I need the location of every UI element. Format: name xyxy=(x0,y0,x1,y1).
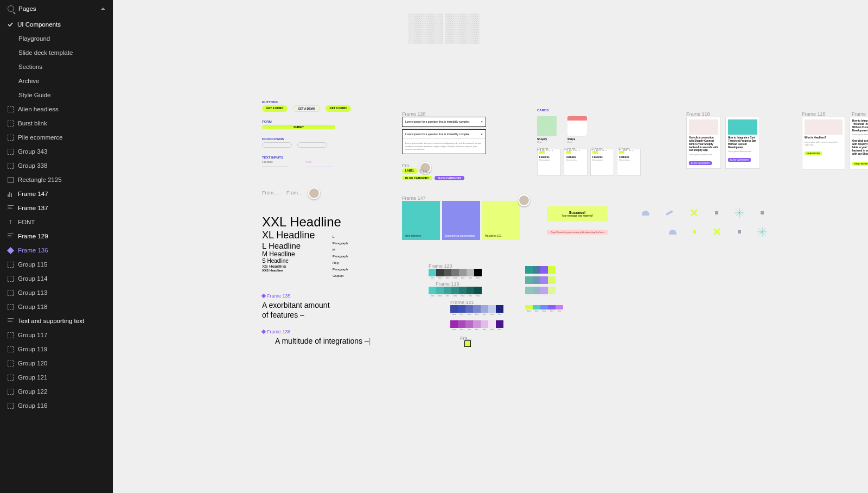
swatch[interactable] xyxy=(458,320,465,328)
swatch[interactable] xyxy=(473,320,481,328)
swatch[interactable] xyxy=(444,287,451,294)
layer-item[interactable]: Group 120 xyxy=(0,356,113,370)
swatch[interactable] xyxy=(467,287,474,294)
tile[interactable]: blink releases xyxy=(402,201,440,240)
swatch[interactable] xyxy=(450,320,458,328)
feature-card[interactable]: FeaturesDescription xyxy=(590,149,614,176)
swatch[interactable] xyxy=(540,305,548,309)
layer-item[interactable]: Pile ecommerce xyxy=(0,130,113,144)
layer-item[interactable]: Group 118 xyxy=(0,300,113,314)
faq-question[interactable]: Lorem ipsum for a question that is incre… xyxy=(403,130,486,139)
layer-item[interactable]: Frame 147 xyxy=(0,187,113,201)
swatch[interactable] xyxy=(451,269,459,276)
tile[interactable]: Headless 101 xyxy=(482,201,520,240)
layer-item[interactable]: Group 117 xyxy=(0,328,113,342)
frame-icon xyxy=(8,375,14,381)
blog-card[interactable]: How to Integrate a Cart Threshold Progre… xyxy=(850,117,868,169)
layer-item[interactable]: Group 116 xyxy=(0,399,113,413)
dropdown[interactable] xyxy=(297,142,327,148)
swatch[interactable] xyxy=(525,287,533,294)
chevron-up-icon[interactable] xyxy=(101,8,105,10)
layer-item[interactable]: TFONT xyxy=(0,215,113,229)
submit-button[interactable]: SUBMIT xyxy=(262,125,335,129)
blog-card[interactable]: How to Integrate a Cart Threshold Progre… xyxy=(725,117,760,169)
layer-item[interactable]: Group 343 xyxy=(0,144,113,159)
pill-button[interactable]: GET A DEMO xyxy=(326,105,351,112)
layer-item[interactable]: Burst blink xyxy=(0,116,113,130)
swatch[interactable] xyxy=(533,276,540,284)
swatch[interactable] xyxy=(533,266,540,274)
dropdown[interactable] xyxy=(262,142,292,148)
swatch[interactable] xyxy=(458,305,465,313)
layer-item[interactable]: Frame 137 xyxy=(0,201,113,215)
swatch[interactable] xyxy=(473,305,481,313)
pill-button[interactable]: GET A DEMO xyxy=(293,105,320,112)
swatch[interactable] xyxy=(436,269,444,276)
swatches: hexhexhexhexhex xyxy=(525,305,563,312)
layer-item[interactable]: Frame 129 xyxy=(0,229,113,243)
swatch[interactable] xyxy=(548,266,556,274)
page-item[interactable]: Slide deck template xyxy=(0,46,113,60)
section-ui-components[interactable]: UI Components xyxy=(0,17,113,31)
layer-item[interactable]: Group 338 xyxy=(0,159,113,173)
swatch[interactable] xyxy=(496,320,503,328)
page-item[interactable]: Style Guide xyxy=(0,88,113,102)
swatch[interactable] xyxy=(436,287,444,294)
page-item[interactable]: Archive xyxy=(0,74,113,88)
swatch[interactable] xyxy=(481,320,488,328)
swatch[interactable] xyxy=(429,269,436,276)
faq-question[interactable]: Lorem ipsum for a question that is incre… xyxy=(403,117,486,127)
layer-item[interactable]: Rectangle 2125 xyxy=(0,173,113,187)
swatch[interactable] xyxy=(548,305,556,309)
swatch[interactable] xyxy=(481,305,488,313)
swatch[interactable] xyxy=(525,305,533,309)
layer-item[interactable]: Group 119 xyxy=(0,342,113,356)
swatch[interactable] xyxy=(465,320,473,328)
layer-item[interactable]: Group 113 xyxy=(0,286,113,300)
swatch[interactable] xyxy=(540,276,548,284)
swatch[interactable] xyxy=(548,287,556,294)
swatch[interactable] xyxy=(429,287,436,294)
swatch[interactable] xyxy=(540,266,548,274)
feature-card[interactable]: FeaturesDescription xyxy=(617,149,641,176)
feature-card[interactable]: FeaturesDescription xyxy=(564,149,588,176)
layer-item[interactable]: Text and supporting text xyxy=(0,314,113,328)
layer-item[interactable]: Group 114 xyxy=(0,271,113,286)
tile[interactable]: Ecommerce commentary xyxy=(442,201,480,240)
layer-item[interactable]: Frame 136 xyxy=(0,243,113,257)
swatch[interactable] xyxy=(474,287,482,294)
pill-button[interactable]: GET A DEMO xyxy=(262,105,288,112)
square-icon xyxy=(761,211,764,214)
layer-item[interactable]: Group 122 xyxy=(0,384,113,399)
layer-item[interactable]: Group 115 xyxy=(0,257,113,271)
blog-card[interactable]: What is Headless?Lorem ipsum dolor sit a… xyxy=(802,117,845,169)
swatch[interactable] xyxy=(474,269,482,276)
swatch[interactable] xyxy=(488,320,496,328)
blog-card[interactable]: One-click connection with Shopify Connec… xyxy=(686,117,721,169)
swatch[interactable] xyxy=(496,305,503,313)
canvas[interactable]: BUTTONS GET A DEMO GET A DEMO GET A DEMO… xyxy=(113,0,868,493)
layer-item[interactable]: Group 121 xyxy=(0,370,113,384)
layer-item[interactable]: Alien headless xyxy=(0,102,113,116)
swatch[interactable] xyxy=(451,287,459,294)
swatch[interactable] xyxy=(459,287,467,294)
pages-header[interactable]: Pages xyxy=(0,0,113,17)
swatch[interactable] xyxy=(450,305,458,313)
swatch[interactable] xyxy=(465,305,473,313)
swatch[interactable] xyxy=(533,305,540,309)
swatch[interactable] xyxy=(459,269,467,276)
swatch[interactable] xyxy=(525,276,533,284)
swatch[interactable] xyxy=(533,287,540,294)
swatch[interactable] xyxy=(467,269,474,276)
selected-swatch[interactable] xyxy=(464,340,471,347)
search-icon[interactable] xyxy=(8,5,14,12)
feature-card[interactable]: FeaturesDescription xyxy=(537,149,561,176)
swatch[interactable] xyxy=(540,287,548,294)
page-item[interactable]: Playground xyxy=(0,31,113,46)
swatch[interactable] xyxy=(525,266,533,274)
swatch[interactable] xyxy=(444,269,451,276)
swatch[interactable] xyxy=(556,305,563,309)
swatch[interactable] xyxy=(548,276,556,284)
page-item[interactable]: Sections xyxy=(0,60,113,74)
swatch[interactable] xyxy=(488,305,496,313)
